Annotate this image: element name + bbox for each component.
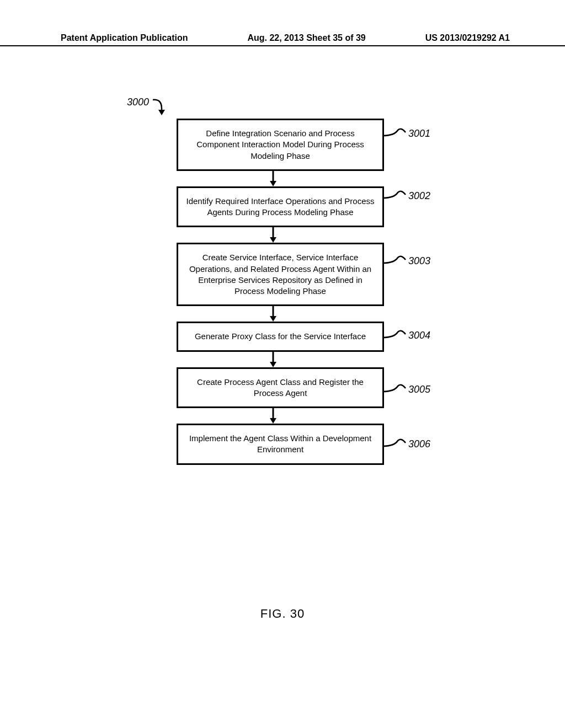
figure-caption: FIG. 30 <box>0 607 565 621</box>
step-reference-3004: 3004 <box>408 330 430 341</box>
flow-step-3003: Create Service Interface, Service Interf… <box>177 243 384 306</box>
step-text: Generate Proxy Class for the Service Int… <box>195 331 366 341</box>
flow-step-3001: Define Integration Scenario and Process … <box>177 119 384 171</box>
step-reference-3003: 3003 <box>408 255 430 267</box>
ref-connector-icon <box>382 190 408 206</box>
flow-step-3002: Identify Required Interface Operations a… <box>177 186 384 228</box>
step-reference-3002: 3002 <box>408 190 430 202</box>
step-text: Create Process Agent Class and Register … <box>197 377 364 398</box>
ref-connector-icon <box>382 128 408 143</box>
step-text: Identify Required Interface Operations a… <box>186 196 374 217</box>
ref-connector-icon <box>382 255 408 271</box>
flow-step-3005: Create Process Agent Class and Register … <box>177 367 384 409</box>
step-reference-3001: 3001 <box>408 128 430 140</box>
header-left: Patent Application Publication <box>61 33 188 43</box>
flow-step-3004: Generate Proxy Class for the Service Int… <box>177 322 384 351</box>
header-right: US 2013/0219292 A1 <box>425 33 510 43</box>
diagram-reference-number: 3000 <box>127 97 149 108</box>
flow-step-3006: Implement the Agent Class Within a Devel… <box>177 424 384 465</box>
ref-connector-icon <box>382 438 408 454</box>
header-center: Aug. 22, 2013 Sheet 35 of 39 <box>247 33 365 43</box>
step-reference-3005: 3005 <box>408 384 430 395</box>
step-text: Create Service Interface, Service Interf… <box>189 253 371 296</box>
ref-connector-icon <box>382 384 408 399</box>
patent-page: Patent Application Publication Aug. 22, … <box>0 0 565 728</box>
step-reference-3006: 3006 <box>408 438 430 450</box>
page-header: Patent Application Publication Aug. 22, … <box>0 33 565 46</box>
flowchart: Define Integration Scenario and Process … <box>177 119 381 465</box>
step-text: Define Integration Scenario and Process … <box>196 129 364 160</box>
step-text: Implement the Agent Class Within a Devel… <box>189 433 371 454</box>
diagram-ref-arrow-icon <box>152 97 168 119</box>
ref-connector-icon <box>382 330 408 345</box>
